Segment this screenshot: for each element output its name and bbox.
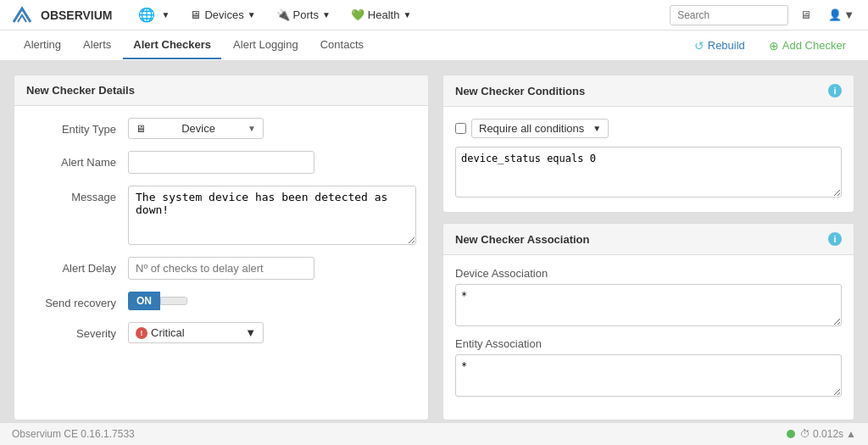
subnav-alert-checkers[interactable]: Alert Checkers [123, 31, 221, 59]
checker-details-title: New Checker Details [26, 84, 135, 97]
checker-details-header: New Checker Details [14, 75, 428, 106]
alert-name-input[interactable]: Device Down [128, 151, 314, 174]
nav-devices-label: Devices [204, 8, 243, 21]
entity-assoc-textarea[interactable]: * [455, 354, 842, 397]
require-all-caret: ▼ [593, 124, 601, 133]
footer-arrow: ▲ [846, 428, 856, 440]
nav-ports[interactable]: 🔌 Ports ▼ [268, 3, 339, 26]
main-content: New Checker Details Entity Type 🖥 Device… [0, 61, 868, 434]
subnav-alerting[interactable]: Alerting [14, 31, 71, 59]
top-navigation: OBSERVIUM 🌐 ▼ 🖥 Devices ▼ 🔌 Ports ▼ 💚 He… [0, 0, 868, 31]
add-checker-label: Add Checker [782, 39, 846, 52]
subnav-contacts[interactable]: Contacts [310, 31, 374, 59]
device-assoc-textarea[interactable]: * [455, 284, 842, 326]
send-recovery-row: Send recovery ON [26, 292, 416, 310]
severity-label: Severity [26, 322, 128, 340]
device-assoc-group: Device Association * [455, 267, 842, 329]
footer-timing: ⏱ 0.012s ▲ [800, 428, 856, 440]
severity-caret: ▼ [245, 326, 256, 339]
alert-delay-label: Alert Delay [26, 257, 128, 275]
monitor-icon-btn[interactable]: 🖥 [795, 5, 816, 25]
nav-menu: 🌐 ▼ 🖥 Devices ▼ 🔌 Ports ▼ 💚 Health ▼ [130, 2, 670, 28]
send-recovery-label: Send recovery [26, 292, 128, 309]
entity-type-select[interactable]: 🖥 Device ▼ [128, 118, 264, 139]
message-row: Message The system device has been detec… [26, 186, 416, 245]
conditions-title: New Checker Conditions [455, 85, 585, 97]
entity-type-caret: ▼ [248, 124, 256, 133]
send-recovery-toggle[interactable]: ON [128, 292, 187, 310]
add-checker-icon: ⊕ [769, 39, 779, 53]
footer: Observium CE 0.16.1.7533 ⏱ 0.012s ▲ [0, 422, 868, 445]
footer-version: Observium CE 0.16.1.7533 [12, 428, 135, 440]
entity-type-row: Entity Type 🖥 Device ▼ [26, 118, 416, 139]
association-body: Device Association * Entity Association … [443, 255, 854, 420]
checker-details-body: Entity Type 🖥 Device ▼ Alert Name Device… [14, 106, 428, 367]
rebuild-icon: ↺ [694, 39, 704, 53]
overview-caret: ▼ [162, 10, 170, 19]
nav-health[interactable]: 💚 Health ▼ [342, 3, 420, 26]
clock-icon: ⏱ [800, 428, 810, 440]
association-panel: New Checker Association i Device Associa… [442, 223, 854, 420]
ports-caret: ▼ [322, 10, 331, 19]
require-all-label: Require all conditions [479, 122, 584, 135]
severity-select[interactable]: ! Critical ▼ [128, 322, 264, 343]
rebuild-button[interactable]: ↺ Rebuild [686, 35, 754, 57]
sub-nav-links: Alerting Alerts Alert Checkers Alert Log… [14, 31, 686, 59]
sub-nav-actions: ↺ Rebuild ⊕ Add Checker [686, 35, 854, 57]
critical-dot: ! [136, 327, 147, 339]
severity-row: Severity ! Critical ▼ [26, 322, 416, 343]
association-info-icon[interactable]: i [828, 232, 842, 246]
severity-value: Critical [151, 326, 185, 339]
logo-icon [8, 3, 36, 27]
condition-textarea[interactable]: device_status equals 0 [455, 147, 842, 197]
rebuild-label: Rebuild [708, 39, 745, 52]
conditions-body: Require all conditions ▼ device_status e… [443, 107, 854, 212]
search-input[interactable] [670, 5, 788, 25]
alert-name-label: Alert Name [26, 151, 128, 169]
message-textarea[interactable]: The system device has been detected as d… [128, 186, 416, 245]
entity-assoc-label: Entity Association [455, 337, 842, 350]
sub-navigation: Alerting Alerts Alert Checkers Alert Log… [0, 31, 868, 61]
require-all-row: Require all conditions ▼ [455, 119, 842, 138]
toggle-on[interactable]: ON [128, 292, 160, 310]
device-icon: 🖥 [136, 123, 146, 135]
require-all-select[interactable]: Require all conditions ▼ [471, 119, 609, 138]
nav-health-label: Health [368, 8, 400, 21]
health-caret: ▼ [403, 10, 411, 19]
devices-caret: ▼ [248, 10, 256, 19]
alert-delay-row: Alert Delay [26, 257, 416, 280]
conditions-info-icon[interactable]: i [828, 84, 842, 97]
right-panels: New Checker Conditions i Require all con… [442, 75, 854, 420]
conditions-header: New Checker Conditions i [443, 75, 854, 107]
logo-text: OBSERVIUM [41, 8, 113, 22]
nav-devices[interactable]: 🖥 Devices ▼ [181, 3, 264, 26]
subnav-alerts[interactable]: Alerts [73, 31, 121, 59]
logo-area: OBSERVIUM [8, 3, 113, 27]
entity-type-value: Device [181, 122, 215, 135]
nav-right: 🖥 👤 ▼ [670, 5, 860, 25]
device-assoc-label: Device Association [455, 267, 842, 280]
footer-right: ⏱ 0.012s ▲ [787, 428, 856, 440]
critical-badge: ! Critical [136, 326, 185, 339]
alert-delay-input[interactable] [128, 257, 314, 280]
entity-type-label: Entity Type [26, 118, 128, 136]
add-checker-button[interactable]: ⊕ Add Checker [760, 35, 854, 57]
checker-details-panel: New Checker Details Entity Type 🖥 Device… [14, 75, 429, 420]
association-title: New Checker Association [455, 233, 589, 246]
entity-assoc-group: Entity Association * [455, 337, 842, 399]
message-label: Message [26, 186, 128, 203]
alert-name-row: Alert Name Device Down [26, 151, 416, 174]
nav-ports-label: Ports [293, 8, 319, 21]
footer-timing-value: 0.012s [813, 428, 843, 440]
user-caret: ▼ [843, 8, 854, 21]
nav-overview[interactable]: 🌐 ▼ [130, 2, 179, 28]
footer-status-dot [787, 430, 795, 438]
user-icon-btn[interactable]: 👤 ▼ [823, 5, 860, 25]
association-header: New Checker Association i [443, 224, 854, 255]
conditions-panel: New Checker Conditions i Require all con… [442, 75, 854, 213]
require-all-checkbox[interactable] [455, 123, 466, 134]
subnav-alert-logging[interactable]: Alert Logging [223, 31, 309, 59]
page-background: New Checker Details Entity Type 🖥 Device… [0, 61, 868, 445]
toggle-off[interactable] [160, 297, 187, 305]
